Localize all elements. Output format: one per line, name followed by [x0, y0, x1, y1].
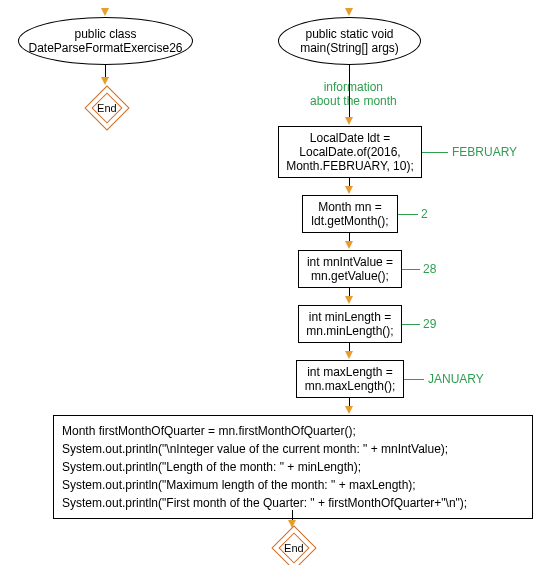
end-node-right: End [271, 525, 316, 565]
conn-jan [404, 379, 424, 380]
stmt-localdate-text: LocalDate ldt = LocalDate.of(2016, Month… [286, 131, 414, 173]
stmt-localdate-box: LocalDate ldt = LocalDate.of(2016, Month… [278, 126, 422, 178]
class-ellipse-text: public class DateParseFormatExercise26 [28, 27, 182, 55]
stmt-maxlength-box: int maxLength = mn.maxLength(); [296, 360, 404, 398]
conn-28 [402, 269, 420, 270]
class-ellipse: public class DateParseFormatExercise26 [18, 17, 193, 65]
main-ellipse-text: public static void main(String[] args) [300, 27, 399, 55]
main-ellipse: public static void main(String[] args) [278, 17, 421, 65]
big-l2: System.out.println("\nInteger value of t… [62, 440, 524, 458]
ann-jan: JANUARY [428, 372, 484, 386]
ann-28: 28 [423, 262, 436, 276]
conn-feb [422, 152, 448, 153]
arrow-main-s1 [345, 117, 353, 125]
conn-29 [402, 324, 420, 325]
arrow-into-class [101, 8, 109, 16]
stmt-minlength-text: int minLength = mn.minLength(); [306, 310, 393, 338]
end-label-right: End [284, 542, 304, 554]
end-node-left: End [84, 85, 129, 130]
stmt-minlength-box: int minLength = mn.minLength(); [298, 305, 402, 343]
arrow-class-end [101, 77, 109, 85]
arrow-into-main [345, 8, 353, 16]
ann-29: 29 [423, 317, 436, 331]
big-l5: System.out.println("First month of the Q… [62, 494, 524, 512]
end-label-left: End [97, 102, 117, 114]
arrow-s4-s5 [345, 351, 353, 359]
big-l1: Month firstMonthOfQuarter = mn.firstMont… [62, 422, 524, 440]
ann-2: 2 [421, 207, 428, 221]
stmt-output-box: Month firstMonthOfQuarter = mn.firstMont… [53, 415, 533, 519]
big-l3: System.out.println("Length of the month:… [62, 458, 524, 476]
big-l4: System.out.println("Maximum length of th… [62, 476, 524, 494]
info-annotation: information about the month [310, 80, 397, 108]
arrow-s3-s4 [345, 296, 353, 304]
stmt-maxlength-text: int maxLength = mn.maxLength(); [305, 365, 396, 393]
stmt-getvalue-text: int mnIntValue = mn.getValue(); [307, 255, 393, 283]
stmt-getmonth-text: Month mn = ldt.getMonth(); [311, 200, 388, 228]
arrow-s1-s2 [345, 186, 353, 194]
conn-2 [398, 214, 418, 215]
arrow-s5-s6 [345, 406, 353, 414]
arrow-s2-s3 [345, 241, 353, 249]
ann-feb: FEBRUARY [452, 145, 517, 159]
edge-main-s1 [349, 65, 350, 119]
stmt-getvalue-box: int mnIntValue = mn.getValue(); [298, 250, 402, 288]
stmt-getmonth-box: Month mn = ldt.getMonth(); [302, 195, 398, 233]
